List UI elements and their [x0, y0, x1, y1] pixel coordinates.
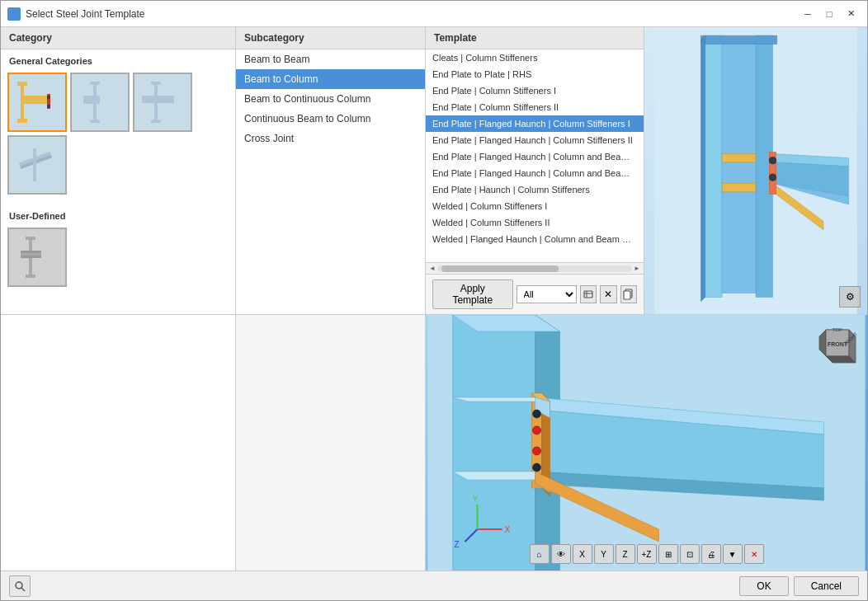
subcategory-item-beam-to-beam[interactable]: Beam to Beam: [236, 49, 425, 69]
vp-btn-wireframe[interactable]: ⊡: [680, 544, 700, 564]
search-button[interactable]: [9, 575, 31, 597]
vp-btn-home[interactable]: ⌂: [530, 544, 550, 564]
top-3d-viewport: ⚙: [644, 27, 867, 314]
svg-rect-34: [21, 251, 41, 253]
template-header: Template: [426, 27, 644, 49]
maximize-button[interactable]: □: [819, 6, 839, 22]
cancel-button[interactable]: Cancel: [794, 576, 859, 596]
svg-rect-4: [17, 82, 27, 86]
svg-rect-31: [26, 237, 35, 240]
template-item-end-plate-col-beam-1[interactable]: End Plate | Flanged Haunch | Column and …: [426, 148, 644, 165]
main-content: Category General Categories: [1, 27, 867, 570]
svg-rect-19: [151, 82, 161, 85]
svg-marker-45: [701, 35, 776, 44]
scrollbar-thumb[interactable]: [441, 265, 559, 272]
apply-template-button[interactable]: Apply Template: [432, 279, 513, 309]
scroll-left-arrow[interactable]: ◄: [427, 265, 437, 272]
subcategory-item-continuous-beam-to-column[interactable]: Continuous Beam to Column: [236, 109, 425, 129]
subcategory-header: Subcategory: [236, 27, 425, 49]
template-item-welded-1[interactable]: Welded | Column Stiffeners I: [426, 198, 644, 214]
svg-marker-51: [722, 154, 756, 162]
svg-point-10: [47, 96, 50, 99]
svg-rect-7: [24, 96, 49, 98]
scroll-right-arrow[interactable]: ►: [632, 265, 642, 272]
preview-settings-button[interactable]: ⚙: [839, 286, 861, 308]
subcategory-panel: Subcategory Beam to Beam Beam to Column …: [236, 27, 426, 314]
template-icon-btn-1[interactable]: [580, 285, 597, 303]
category-icon-beam-column-2[interactable]: [70, 73, 130, 132]
svg-rect-33: [21, 253, 41, 256]
svg-rect-1: [16, 12, 19, 16]
minimize-button[interactable]: ─: [798, 6, 818, 22]
svg-point-53: [769, 157, 776, 164]
vp-btn-z[interactable]: Z: [616, 544, 635, 564]
subcategory-item-cross-joint[interactable]: Cross Joint: [236, 129, 425, 148]
bottom-3d-viewport: X Y Z FRONT: [426, 315, 867, 570]
template-icon-btn-copy[interactable]: [620, 285, 637, 303]
svg-marker-44: [722, 40, 756, 293]
template-icon-btn-x[interactable]: ✕: [600, 285, 616, 303]
title-bar: Select Steel Joint Template ─ □ ✕: [1, 1, 867, 27]
category-icon-angled[interactable]: [7, 135, 67, 195]
svg-point-73: [533, 463, 541, 472]
bottom-preview-svg: X Y Z: [426, 315, 867, 570]
vp-btn-grid[interactable]: ⊞: [658, 544, 678, 564]
svg-rect-22: [142, 96, 155, 98]
template-actions: Apply Template All Selected ✕: [426, 274, 644, 314]
svg-rect-15: [83, 98, 100, 101]
nav-cube[interactable]: FRONT RIGHT TOP: [814, 322, 861, 368]
vp-btn-eye[interactable]: 👁: [551, 544, 571, 564]
svg-rect-8: [24, 101, 49, 104]
footer: OK Cancel: [1, 570, 867, 600]
svg-text:Z: Z: [455, 540, 460, 549]
template-item-end-plate-flanged-2[interactable]: End Plate | Flanged Haunch | Column Stif…: [426, 132, 644, 148]
svg-rect-17: [83, 101, 100, 104]
svg-rect-14: [90, 120, 100, 123]
svg-point-90: [16, 582, 22, 589]
template-item-welded-flanged[interactable]: Welded | Flanged Haunch | Column and Bea…: [426, 231, 644, 247]
svg-marker-57: [453, 315, 535, 570]
category-icon-beam-column-1[interactable]: [7, 73, 67, 132]
svg-rect-40: [624, 291, 630, 299]
user-defined-icon-grid: [1, 224, 235, 290]
svg-rect-35: [21, 256, 41, 258]
template-item-end-plate-col-beam-2[interactable]: End Plate | Flanged Haunch | Column and …: [426, 165, 644, 181]
svg-text:X: X: [505, 525, 511, 534]
svg-point-72: [533, 447, 541, 455]
top-preview-svg: [644, 27, 867, 314]
viewport-toolbar: ⌂ 👁 X Y Z +Z ⊞ ⊡ 🖨 ▼ ✕: [530, 544, 764, 564]
category-icon-grid: [1, 69, 235, 135]
subcategory-item-beam-to-continuous-column[interactable]: Beam to Continuous Column: [236, 89, 425, 109]
template-item-cleats[interactable]: Cleats | Column Stiffeners: [426, 49, 644, 66]
svg-marker-42: [705, 35, 722, 297]
vp-btn-z2[interactable]: +Z: [637, 544, 657, 564]
footer-right: OK Cancel: [739, 576, 859, 596]
template-scrollbar-h[interactable]: ◄ ►: [426, 262, 644, 274]
svg-rect-32: [26, 275, 35, 278]
template-item-end-plate-haunch[interactable]: End Plate | Haunch | Column Stiffeners: [426, 181, 644, 198]
vp-btn-y[interactable]: Y: [594, 544, 614, 564]
category-icon-user-defined[interactable]: [7, 228, 67, 287]
close-button[interactable]: ✕: [841, 6, 861, 22]
template-filter-dropdown[interactable]: All Selected: [517, 285, 577, 303]
template-item-end-plate-flanged-1[interactable]: End Plate | Flanged Haunch | Column Stif…: [426, 115, 644, 132]
svg-text:TOP: TOP: [833, 327, 842, 332]
vp-btn-print[interactable]: 🖨: [701, 544, 721, 564]
svg-rect-2: [12, 13, 16, 15]
template-item-welded-2[interactable]: Welded | Column Stiffeners II: [426, 214, 644, 231]
vp-btn-close[interactable]: ✕: [744, 544, 764, 564]
svg-rect-0: [9, 12, 12, 16]
svg-line-91: [21, 588, 25, 591]
footer-left: [9, 575, 31, 597]
window-title: Select Steel Joint Template: [26, 8, 798, 20]
vp-btn-x[interactable]: X: [573, 544, 592, 564]
ok-button[interactable]: OK: [739, 576, 788, 596]
bottom-left-panel: [1, 315, 236, 570]
subcategory-item-beam-to-column[interactable]: Beam to Column: [236, 69, 425, 89]
template-item-end-plate-col-1[interactable]: End Plate | Column Stiffeners I: [426, 82, 644, 99]
template-item-end-plate-rhs[interactable]: End Plate to Plate | RHS: [426, 66, 644, 82]
template-item-end-plate-col-2[interactable]: End Plate | Column Stiffeners II: [426, 99, 644, 115]
vp-btn-dropdown[interactable]: ▼: [723, 544, 743, 564]
category-icon-beam-column-3[interactable]: [133, 73, 192, 132]
user-defined-label: User-Defined: [1, 204, 235, 224]
